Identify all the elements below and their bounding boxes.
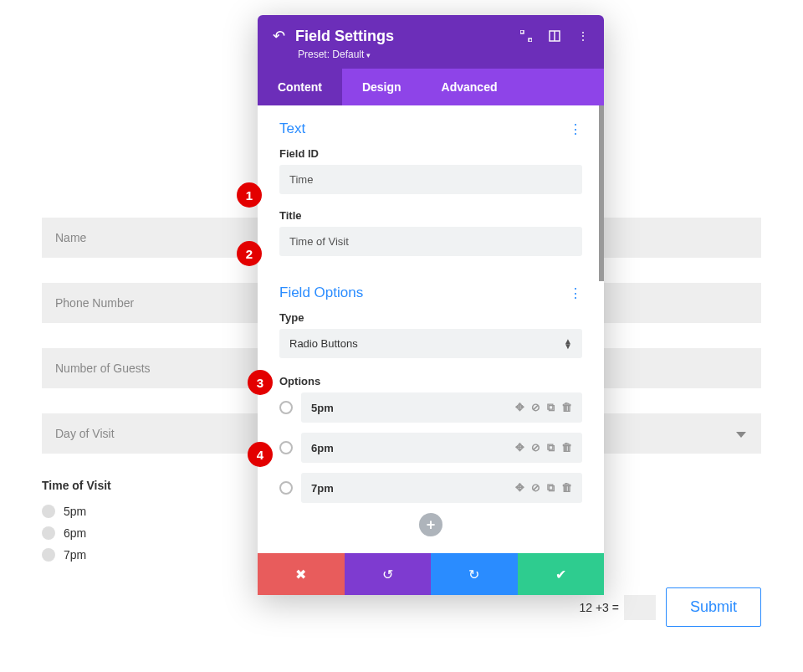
panel-tabs: Content Design Advanced (258, 69, 604, 105)
day-placeholder: Day of Visit (55, 427, 115, 440)
panel-footer: ✖ ↺ ↻ ✔ (258, 553, 604, 595)
radio-label: 7pm (64, 548, 86, 562)
move-icon[interactable]: ✥ (515, 481, 524, 495)
panel-body: Text ⋮ Field ID Title Field Options ⋮ Ty… (258, 105, 604, 553)
expand-icon[interactable] (520, 29, 532, 43)
copy-icon[interactable]: ⧉ (547, 441, 555, 454)
form-footer: 12 +3 = Submit (579, 587, 761, 627)
options-label: Options (279, 375, 582, 387)
field-id-label: Field ID (279, 147, 582, 160)
panel-title: Field Settings (295, 28, 520, 45)
section-text-title[interactable]: Text (279, 121, 305, 137)
copy-icon[interactable]: ⧉ (547, 401, 555, 414)
delete-icon[interactable]: 🗑 (561, 441, 572, 454)
link-icon[interactable]: ⊘ (531, 481, 540, 495)
option-value: 5pm (311, 402, 334, 414)
callout-badge-2: 2 (237, 241, 262, 266)
tab-content[interactable]: Content (258, 69, 342, 105)
radio-dot-icon (42, 505, 55, 518)
guests-placeholder: Number of Guests (55, 362, 151, 375)
panel-header: ↶ Field Settings ⋮ Preset: Default (258, 15, 604, 69)
radio-label: 5pm (64, 505, 86, 518)
cancel-button[interactable]: ✖ (258, 553, 345, 595)
save-button[interactable]: ✔ (518, 553, 605, 595)
delete-icon[interactable]: 🗑 (561, 401, 572, 414)
phone-placeholder: Phone Number (55, 296, 134, 310)
svg-rect-0 (520, 30, 524, 33)
callout-badge-3: 3 (248, 370, 273, 395)
option-radio-icon[interactable] (279, 441, 293, 454)
captcha: 12 +3 = (579, 595, 656, 620)
move-icon[interactable]: ✥ (515, 401, 524, 414)
option-input-1[interactable]: 5pm ✥ ⊘ ⧉ 🗑 (301, 392, 582, 423)
option-value: 6pm (311, 442, 334, 454)
copy-icon[interactable]: ⧉ (547, 481, 555, 495)
radio-dot-icon (42, 548, 55, 562)
option-row-2: 6pm ✥ ⊘ ⧉ 🗑 (279, 433, 582, 463)
undo-button[interactable]: ↺ (345, 553, 432, 595)
option-radio-icon[interactable] (279, 481, 293, 495)
captcha-text: 12 +3 = (579, 601, 619, 614)
preset-dropdown[interactable]: Preset: Default (258, 49, 604, 69)
tab-advanced[interactable]: Advanced (422, 69, 518, 105)
option-input-2[interactable]: 6pm ✥ ⊘ ⧉ 🗑 (301, 433, 582, 463)
radio-dot-icon (42, 526, 55, 540)
link-icon[interactable]: ⊘ (531, 401, 540, 414)
more-icon[interactable]: ⋮ (577, 29, 589, 43)
type-label: Type (279, 311, 582, 324)
option-value: 7pm (311, 482, 334, 495)
name-placeholder: Name (55, 231, 86, 244)
section-field-options-title[interactable]: Field Options (279, 285, 363, 301)
svg-rect-1 (529, 38, 532, 42)
type-select[interactable]: Radio Buttons ▲▼ (279, 329, 582, 358)
option-radio-icon[interactable] (279, 401, 293, 414)
radio-label: 6pm (64, 526, 86, 540)
captcha-input[interactable] (624, 595, 656, 620)
tab-design[interactable]: Design (342, 69, 422, 105)
section-text: Text ⋮ Field ID Title (258, 105, 604, 261)
callout-badge-4: 4 (248, 442, 273, 467)
link-icon[interactable]: ⊘ (531, 441, 540, 454)
move-icon[interactable]: ✥ (515, 441, 524, 454)
option-input-3[interactable]: 7pm ✥ ⊘ ⧉ 🗑 (301, 473, 582, 503)
field-settings-panel: ↶ Field Settings ⋮ Preset: Default Conte… (258, 15, 604, 595)
redo-button[interactable]: ↻ (431, 553, 518, 595)
callout-badge-1: 1 (237, 182, 262, 208)
add-option-button[interactable]: + (419, 513, 442, 536)
section-field-options: Field Options ⋮ Type Radio Buttons ▲▼ Op… (258, 261, 604, 541)
back-icon[interactable]: ↶ (273, 27, 285, 45)
option-row-3: 7pm ✥ ⊘ ⧉ 🗑 (279, 473, 582, 503)
option-row-1: 5pm ✥ ⊘ ⧉ 🗑 (279, 392, 582, 423)
section-text-menu-icon[interactable]: ⋮ (569, 121, 582, 137)
field-id-input[interactable] (279, 165, 582, 194)
snap-icon[interactable] (549, 29, 560, 43)
title-input[interactable] (279, 227, 582, 256)
delete-icon[interactable]: 🗑 (561, 481, 572, 495)
submit-button[interactable]: Submit (666, 587, 761, 627)
select-arrows-icon: ▲▼ (564, 339, 572, 349)
type-select-value: Radio Buttons (289, 337, 358, 350)
scrollbar[interactable] (599, 105, 604, 281)
section-field-options-menu-icon[interactable]: ⋮ (569, 285, 582, 301)
title-label: Title (279, 209, 582, 222)
